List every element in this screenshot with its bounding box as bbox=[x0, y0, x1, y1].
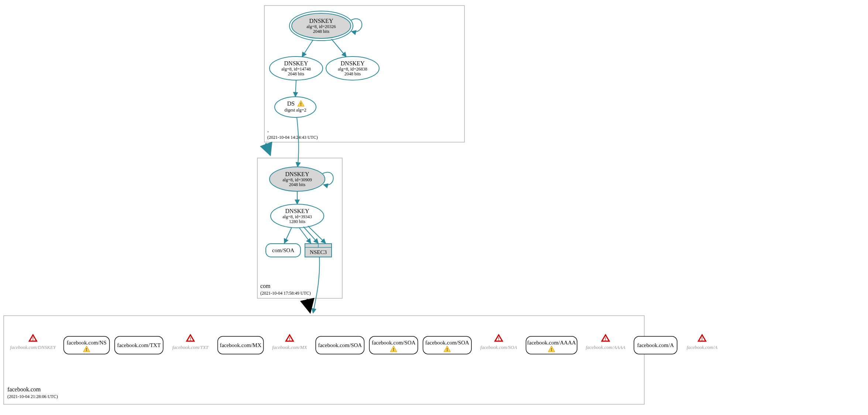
fb-record: facebook.com/TXT bbox=[115, 336, 163, 354]
svg-text:alg=8, id=20326: alg=8, id=20326 bbox=[306, 24, 336, 29]
svg-point-16 bbox=[275, 97, 316, 117]
error-icon: ! bbox=[495, 335, 502, 342]
error-icon: ! bbox=[699, 335, 706, 342]
zone-root-timestamp: (2021-10-04 14:24:43 UTC) bbox=[267, 135, 318, 140]
zone-root-label: . bbox=[267, 127, 269, 133]
fb-error-record: !facebook.com/MX bbox=[272, 335, 307, 350]
fb-record: facebook.com/SOA bbox=[316, 336, 364, 354]
fb-record-label: facebook.com/MX bbox=[272, 344, 307, 350]
root-zsk1-node: DNSKEY alg=8, id=14748 2048 bits bbox=[270, 56, 323, 80]
svg-text:DS: DS bbox=[287, 100, 295, 107]
fb-record-label: facebook.com/SOA bbox=[480, 344, 517, 350]
svg-text:2048 bits: 2048 bits bbox=[344, 71, 361, 76]
fb-record-warn: facebook.com/SOA! bbox=[369, 336, 418, 354]
error-icon: ! bbox=[187, 335, 194, 342]
svg-text:DNSKEY: DNSKEY bbox=[285, 208, 309, 214]
fb-record-label: facebook.com/TXT bbox=[172, 344, 209, 350]
fb-error-record: !facebook.com/AAAA bbox=[586, 335, 625, 350]
svg-text:NSEC3: NSEC3 bbox=[310, 249, 327, 255]
svg-text:DNSKEY: DNSKEY bbox=[309, 18, 333, 24]
zone-com: com (2021-10-04 17:58:49 UTC) DNSKEY alg… bbox=[257, 158, 342, 298]
fb-record-label: facebook.com/SOA bbox=[425, 340, 469, 346]
fb-error-record: !facebook.com/SOA bbox=[480, 335, 517, 350]
fb-record-label: facebook.com/SOA bbox=[318, 342, 362, 348]
fb-record-label: facebook.com/SOA bbox=[372, 340, 416, 346]
svg-text:alg=8, id=26838: alg=8, id=26838 bbox=[338, 66, 367, 72]
svg-text:!: ! bbox=[300, 102, 302, 107]
svg-text:DNSKEY: DNSKEY bbox=[285, 171, 309, 177]
root-zsk2-node: DNSKEY alg=8, id=26838 2048 bits bbox=[326, 56, 379, 80]
root-ksk-node: DNSKEY alg=8, id=20326 2048 bits bbox=[289, 11, 353, 41]
svg-text:!: ! bbox=[289, 336, 290, 342]
zone-com-timestamp: (2021-10-04 17:58:49 UTC) bbox=[260, 291, 311, 296]
svg-text:!: ! bbox=[393, 347, 394, 352]
delegation-root-com bbox=[266, 143, 270, 155]
svg-line-20 bbox=[295, 80, 296, 97]
root-ds-node: DS digest alg=2 ! bbox=[275, 97, 316, 117]
zone-root: . (2021-10-04 14:24:43 UTC) DNSKEY alg=8… bbox=[264, 6, 464, 142]
svg-line-15 bbox=[332, 39, 346, 57]
com-ksk-node: DNSKEY alg=8, id=30909 2048 bits bbox=[270, 167, 325, 191]
fb-record-warn: facebook.com/SOA! bbox=[423, 336, 471, 354]
svg-text:!: ! bbox=[32, 336, 34, 342]
fb-record-label: facebook.com/DNSKEY bbox=[10, 344, 56, 350]
fb-record-label: facebook.com/A bbox=[687, 344, 717, 350]
svg-text:!: ! bbox=[605, 336, 606, 342]
svg-text:DNSKEY: DNSKEY bbox=[284, 60, 308, 66]
error-icon: ! bbox=[29, 335, 37, 342]
svg-text:alg=8, id=14748: alg=8, id=14748 bbox=[281, 66, 311, 72]
svg-text:2048 bits: 2048 bits bbox=[288, 71, 305, 76]
fb-record-label: facebook.com/MX bbox=[220, 342, 261, 348]
svg-line-38 bbox=[299, 227, 311, 243]
fb-record-label: facebook.com/A bbox=[637, 342, 674, 348]
svg-line-37 bbox=[284, 227, 292, 243]
svg-text:!: ! bbox=[190, 336, 191, 342]
svg-text:DNSKEY: DNSKEY bbox=[341, 60, 365, 66]
zone-fb: facebook.com (2021-10-04 21:28:06 UTC) !… bbox=[4, 316, 717, 404]
fb-error-record: !facebook.com/DNSKEY bbox=[10, 335, 56, 350]
root-ksk-selfloop bbox=[351, 19, 362, 32]
com-soa-node: com/SOA bbox=[266, 244, 301, 257]
fb-record: facebook.com/A bbox=[634, 336, 677, 354]
fb-error-record: !facebook.com/A bbox=[687, 335, 717, 350]
svg-text:!: ! bbox=[498, 336, 500, 342]
svg-text:alg=8, id=30909: alg=8, id=30909 bbox=[282, 177, 312, 182]
svg-text:!: ! bbox=[86, 347, 88, 352]
com-nsec3-node: NSEC3 bbox=[305, 244, 332, 257]
zone-fb-timestamp: (2021-10-04 21:28:06 UTC) bbox=[7, 394, 58, 399]
svg-text:digest alg=2: digest alg=2 bbox=[284, 107, 306, 113]
svg-text:com/SOA: com/SOA bbox=[272, 247, 294, 253]
fb-record-label: facebook.com/TXT bbox=[117, 342, 161, 348]
error-icon: ! bbox=[602, 335, 609, 342]
svg-text:alg=8, id=39343: alg=8, id=39343 bbox=[282, 214, 312, 219]
error-icon: ! bbox=[286, 335, 293, 342]
fb-record-warn: facebook.com/NS! bbox=[64, 336, 110, 354]
svg-line-14 bbox=[302, 40, 313, 57]
fb-record-label: facebook.com/AAAA bbox=[586, 344, 625, 350]
svg-text:!: ! bbox=[446, 347, 448, 352]
fb-record-label: facebook.com/NS bbox=[67, 340, 107, 346]
svg-text:1280 bits: 1280 bits bbox=[289, 219, 306, 224]
com-zsk-node: DNSKEY alg=8, id=39343 1280 bits bbox=[271, 204, 324, 228]
zone-com-label: com bbox=[260, 283, 271, 289]
svg-text:2048 bits: 2048 bits bbox=[289, 182, 306, 187]
svg-text:2048 bits: 2048 bits bbox=[313, 29, 330, 34]
svg-text:!: ! bbox=[701, 336, 703, 342]
dnssec-diagram: . (2021-10-04 14:24:43 UTC) DNSKEY alg=8… bbox=[0, 0, 868, 415]
fb-record-label: facebook.com/AAAA bbox=[527, 340, 576, 346]
zone-fb-label: facebook.com bbox=[7, 386, 41, 392]
svg-rect-41 bbox=[4, 316, 644, 404]
delegation-com-fb bbox=[307, 299, 310, 312]
svg-text:!: ! bbox=[551, 347, 552, 352]
fb-error-record: !facebook.com/TXT bbox=[172, 335, 209, 350]
fb-record-warn: facebook.com/AAAA! bbox=[526, 336, 577, 354]
fb-record: facebook.com/MX bbox=[218, 336, 264, 354]
